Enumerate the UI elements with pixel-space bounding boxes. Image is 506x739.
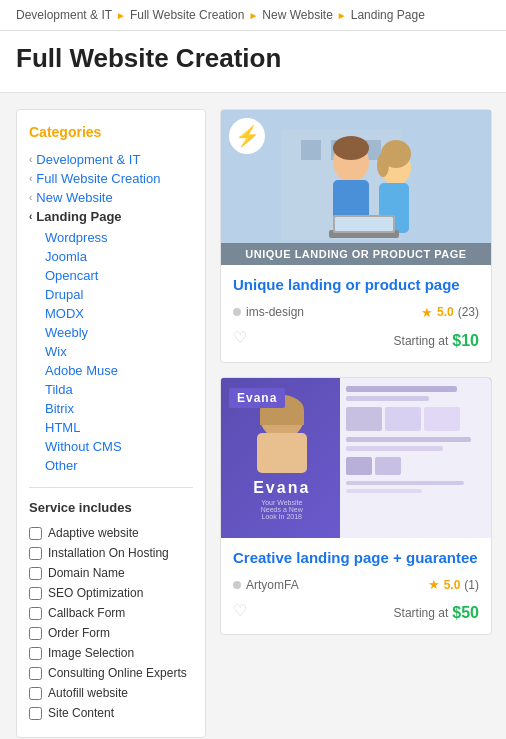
checkbox-callback-input[interactable] <box>29 607 42 620</box>
card2-right <box>340 378 491 538</box>
star-icon-1: ★ <box>421 305 433 320</box>
checkbox-image-label: Image Selection <box>48 646 134 660</box>
rating-value-2: 5.0 <box>444 578 461 592</box>
seller-dot-1 <box>233 308 241 316</box>
starting-at-label-2: Starting at <box>394 606 449 620</box>
sidebar-item-label: Landing Page <box>36 209 121 224</box>
sub-item-7[interactable]: Adobe Muse <box>45 361 193 380</box>
breadcrumb-item-3[interactable]: Landing Page <box>351 8 425 22</box>
chevron-icon: ‹ <box>29 211 32 222</box>
sub-item-9[interactable]: Bitrix <box>45 399 193 418</box>
checkbox-autofill[interactable]: Autofill website <box>29 683 193 703</box>
sub-item-0[interactable]: Wordpress <box>45 228 193 247</box>
rating-1: ★ 5.0 (23) <box>421 305 479 320</box>
price-area-1: Starting at $10 <box>394 332 479 350</box>
sub-items-list: Wordpress Joomla Opencart Drupal MODX We… <box>29 228 193 475</box>
checkbox-image-input[interactable] <box>29 647 42 660</box>
checkbox-adaptive[interactable]: Adaptive website <box>29 523 193 543</box>
service-includes-heading: Service includes <box>29 500 193 515</box>
checkbox-autofill-label: Autofill website <box>48 686 128 700</box>
seller-name-2: ArtyomFA <box>246 578 299 592</box>
evana-tag: Evana <box>229 388 285 408</box>
checkbox-site-content[interactable]: Site Content <box>29 703 193 723</box>
checkbox-order[interactable]: Order Form <box>29 623 193 643</box>
svg-rect-2 <box>301 140 321 160</box>
seller-dot-2 <box>233 581 241 589</box>
rating-2: ★ 5.0 (1) <box>428 577 479 592</box>
product-card-2: Evana Your WebsiteNeeds a NewLook In 201… <box>220 377 492 636</box>
sidebar-item-full-website[interactable]: ‹ Full Website Creation <box>29 169 193 188</box>
sub-item-6[interactable]: Wix <box>45 342 193 361</box>
sub-item-1[interactable]: Joomla <box>45 247 193 266</box>
checkbox-installation[interactable]: Installation On Hosting <box>29 543 193 563</box>
chevron-icon: ‹ <box>29 154 32 165</box>
sub-item-10[interactable]: HTML <box>45 418 193 437</box>
checkbox-autofill-input[interactable] <box>29 687 42 700</box>
breadcrumb-sep-0: ► <box>116 10 126 21</box>
lightning-icon: ⚡ <box>235 124 260 148</box>
sidebar-item-dev-it[interactable]: ‹ Development & IT <box>29 150 193 169</box>
sidebar-item-new-website[interactable]: ‹ New Website <box>29 188 193 207</box>
card-meta-2: ArtyomFA ★ 5.0 (1) <box>233 577 479 592</box>
product-image-2: Evana Your WebsiteNeeds a NewLook In 201… <box>221 378 491 538</box>
checkbox-image[interactable]: Image Selection <box>29 643 193 663</box>
starting-at-label-1: Starting at <box>394 334 449 348</box>
sidebar-item-landing-page[interactable]: ‹ Landing Page <box>29 207 193 226</box>
sub-item-3[interactable]: Drupal <box>45 285 193 304</box>
card-body-2: Creative landing page + guarantee Artyom… <box>221 538 491 635</box>
sub-item-4[interactable]: MODX <box>45 304 193 323</box>
checkbox-order-input[interactable] <box>29 627 42 640</box>
product-title-1[interactable]: Unique landing or product page <box>233 275 479 295</box>
checkbox-consulting-label: Consulting Online Experts <box>48 666 187 680</box>
checkbox-seo-input[interactable] <box>29 587 42 600</box>
seller-info-1: ims-design <box>233 305 304 319</box>
sub-item-5[interactable]: Weebly <box>45 323 193 342</box>
checkbox-installation-input[interactable] <box>29 547 42 560</box>
breadcrumb-item-0[interactable]: Development & IT <box>16 8 112 22</box>
breadcrumb-sep-2: ► <box>337 10 347 21</box>
sub-item-12[interactable]: Other <box>45 456 193 475</box>
product-card-1: ⚡ <box>220 109 492 363</box>
card-footer-2: ♡ Starting at $50 <box>233 598 479 622</box>
sidebar-item-label: New Website <box>36 190 112 205</box>
breadcrumb-item-1[interactable]: Full Website Creation <box>130 8 245 22</box>
checkbox-site-content-input[interactable] <box>29 707 42 720</box>
checkbox-adaptive-label: Adaptive website <box>48 526 139 540</box>
seller-name-1: ims-design <box>246 305 304 319</box>
product-title-2[interactable]: Creative landing page + guarantee <box>233 548 479 568</box>
product-image-1: ⚡ <box>221 110 491 265</box>
sub-item-8[interactable]: Tilda <box>45 380 193 399</box>
price-value-1: $10 <box>452 332 479 350</box>
checkbox-consulting[interactable]: Consulting Online Experts <box>29 663 193 683</box>
page-title: Full Website Creation <box>16 43 490 74</box>
main-content: ⚡ <box>220 109 492 738</box>
heart-icon-1[interactable]: ♡ <box>233 328 247 347</box>
brand-name-evana: Evana <box>253 479 310 497</box>
checkbox-adaptive-input[interactable] <box>29 527 42 540</box>
sub-item-11[interactable]: Without CMS <box>45 437 193 456</box>
sidebar-item-label: Development & IT <box>36 152 140 167</box>
card-meta-1: ims-design ★ 5.0 (23) <box>233 305 479 320</box>
svg-rect-14 <box>335 217 393 231</box>
checkbox-callback-label: Callback Form <box>48 606 125 620</box>
checkbox-seo[interactable]: SEO Optimization <box>29 583 193 603</box>
content-area: Categories ‹ Development & IT ‹ Full Web… <box>0 93 506 739</box>
checkbox-domain-input[interactable] <box>29 567 42 580</box>
checkbox-callback[interactable]: Callback Form <box>29 603 193 623</box>
chevron-icon: ‹ <box>29 173 32 184</box>
sub-item-2[interactable]: Opencart <box>45 266 193 285</box>
checkbox-domain[interactable]: Domain Name <box>29 563 193 583</box>
sidebar-item-label: Full Website Creation <box>36 171 160 186</box>
heart-icon-2[interactable]: ♡ <box>233 601 247 620</box>
breadcrumb-item-2[interactable]: New Website <box>262 8 332 22</box>
brand-tagline: Your WebsiteNeeds a NewLook In 2018 <box>261 499 303 520</box>
page-header: Full Website Creation <box>0 31 506 93</box>
checkbox-consulting-input[interactable] <box>29 667 42 680</box>
rating-count-2: (1) <box>464 578 479 592</box>
sidebar-divider <box>29 487 193 488</box>
sidebar: Categories ‹ Development & IT ‹ Full Web… <box>16 109 206 738</box>
checkbox-seo-label: SEO Optimization <box>48 586 143 600</box>
card-overlay-1: UNIQUE LANDING OR PRODUCT PAGE <box>221 243 491 265</box>
checkbox-domain-label: Domain Name <box>48 566 125 580</box>
price-value-2: $50 <box>452 604 479 622</box>
